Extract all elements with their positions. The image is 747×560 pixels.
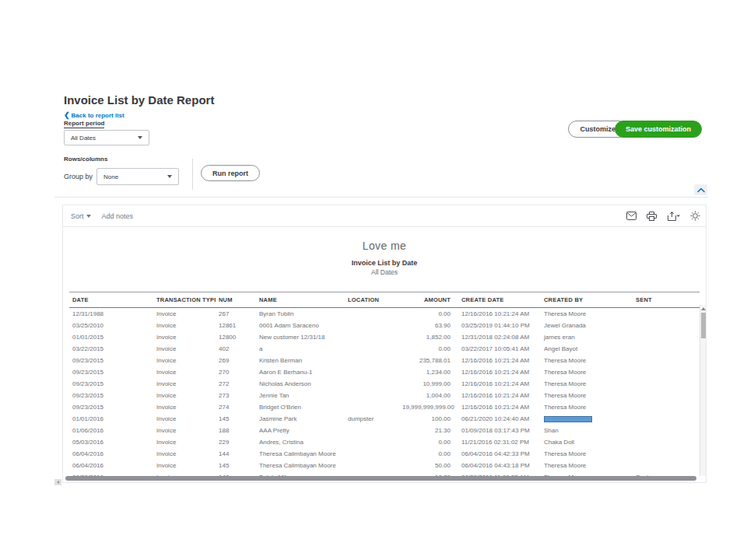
scroll-up-arrow-icon[interactable] bbox=[701, 307, 706, 310]
cell-sent bbox=[633, 308, 700, 320]
column-header-num: NUM bbox=[216, 292, 256, 308]
cell-num: 188 bbox=[216, 425, 256, 436]
cell-create_date: 12/16/2016 10:21:24 AM bbox=[458, 378, 541, 390]
email-icon[interactable] bbox=[626, 212, 637, 220]
table-row[interactable]: 01/01/2015Invoice12800New customer 12/31… bbox=[69, 331, 700, 343]
settings-icon[interactable] bbox=[690, 211, 700, 221]
cell-date: 05/03/2016 bbox=[69, 436, 153, 448]
cell-date: 12/31/1988 bbox=[69, 308, 153, 320]
vertical-scrollbar-thumb[interactable] bbox=[701, 313, 706, 338]
cell-amount: 10,999.00 bbox=[399, 378, 458, 390]
cell-name: Theresa Calimbayan Moore bbox=[256, 460, 345, 471]
cell-type: Invoice bbox=[153, 308, 216, 320]
group-by-select[interactable]: None bbox=[96, 168, 179, 185]
back-to-report-list-link[interactable]: ❮Back to report list bbox=[64, 111, 124, 119]
cell-name: Theresa Calimbayan Moore bbox=[256, 448, 345, 460]
cell-num: 145 bbox=[216, 413, 256, 425]
column-header-date: DATE bbox=[69, 292, 153, 308]
table-row[interactable]: 09/23/2015Invoice273Jennie Tan1,004.0012… bbox=[69, 390, 700, 401]
table-row[interactable]: 03/25/2010Invoice128610001 Adam Saraceno… bbox=[69, 320, 700, 331]
table-row[interactable]: 03/22/2015Invoice402a0.0003/22/2017 10:0… bbox=[69, 343, 700, 355]
cell-created_by: Theresa Moore bbox=[541, 355, 633, 366]
chevron-down-icon bbox=[138, 136, 142, 139]
report-toolbar: Sort Add notes bbox=[63, 205, 706, 227]
cell-location bbox=[345, 331, 399, 343]
run-report-button[interactable]: Run report bbox=[201, 165, 260, 181]
toolbar-icons bbox=[626, 211, 700, 221]
table-header-row: DATETRANSACTION TYPENUMNAMELOCATIONAMOUN… bbox=[69, 292, 700, 308]
cell-create_date: 06/04/2016 04:42:33 PM bbox=[458, 448, 541, 460]
cell-sent bbox=[633, 401, 700, 413]
cell-created_by: Theresa Moore bbox=[541, 448, 633, 460]
cell-sent bbox=[633, 448, 700, 460]
cell-date: 09/23/2015 bbox=[69, 390, 153, 401]
selected-text-highlight bbox=[544, 416, 592, 422]
cell-create_date: 03/22/2017 10:05:41 AM bbox=[458, 343, 541, 355]
cell-name: AAA Pretty bbox=[256, 425, 345, 436]
cell-type: Invoice bbox=[153, 436, 216, 448]
add-notes-button[interactable]: Add notes bbox=[102, 212, 134, 220]
collapse-header-button[interactable] bbox=[694, 184, 707, 195]
cell-create_date: 01/09/2018 03:17:43 PM bbox=[458, 425, 541, 436]
cell-name: Andres, Cristina bbox=[256, 436, 345, 448]
cell-location bbox=[345, 320, 399, 331]
cell-create_date: 06/04/2016 04:43:18 PM bbox=[458, 460, 541, 471]
sort-dropdown[interactable]: Sort bbox=[71, 212, 91, 220]
report-period-label: Report period bbox=[64, 120, 104, 128]
section-divider bbox=[54, 197, 708, 198]
cell-type: Invoice bbox=[153, 401, 216, 413]
column-header-name: NAME bbox=[256, 292, 345, 308]
horizontal-scrollbar[interactable] bbox=[65, 476, 696, 481]
cell-name: 0001 Adam Saraceno bbox=[256, 320, 345, 331]
cell-amount: 100.00 bbox=[399, 413, 458, 425]
cell-amount: 0.00 bbox=[399, 448, 458, 460]
cell-sent bbox=[633, 436, 700, 448]
cell-name: New customer 12/31/18 bbox=[256, 331, 345, 343]
cell-created_by: Jewel Granada bbox=[541, 320, 633, 331]
cell-name: Nicholas Anderson bbox=[256, 378, 345, 390]
cell-location bbox=[345, 343, 399, 355]
cell-date: 01/01/2015 bbox=[69, 331, 153, 343]
cell-location bbox=[345, 448, 399, 460]
cell-location bbox=[345, 460, 399, 471]
cell-type: Invoice bbox=[153, 413, 216, 425]
table-row[interactable]: 12/31/1988Invoice267Byran Tublin0.0012/1… bbox=[69, 308, 700, 320]
cell-created_by: Theresa Moore bbox=[541, 378, 633, 390]
print-icon[interactable] bbox=[647, 212, 657, 221]
company-name: Love me bbox=[63, 240, 706, 252]
table-row[interactable]: 09/23/2015Invoice274Bridget O'Brien19,99… bbox=[69, 401, 700, 413]
table-row[interactable]: 05/03/2016Invoice229Andres, Cristina0.00… bbox=[69, 436, 700, 448]
table-row[interactable]: 09/23/2015Invoice270Aaron E Berhanu-11,2… bbox=[69, 366, 700, 378]
cell-num: 12800 bbox=[216, 331, 256, 343]
column-header-type: TRANSACTION TYPE bbox=[153, 292, 216, 308]
cell-type: Invoice bbox=[153, 320, 216, 331]
cell-created_by: Theresa Moore bbox=[541, 401, 633, 413]
cell-date: 09/23/2015 bbox=[69, 378, 153, 390]
chevron-left-icon: ❮ bbox=[64, 111, 70, 119]
page-title: Invoice List by Date Report bbox=[64, 93, 214, 107]
table-row[interactable]: 09/23/2015Invoice272Nicholas Anderson10,… bbox=[69, 378, 700, 390]
cell-location bbox=[345, 378, 399, 390]
horizontal-scrollbar-thumb[interactable] bbox=[65, 476, 696, 481]
cell-name: a bbox=[256, 343, 345, 355]
cell-created_by: Theresa Moore bbox=[541, 308, 633, 320]
cell-name: Aaron E Berhanu-1 bbox=[256, 366, 345, 378]
table-row[interactable]: 06/04/2016Invoice144Theresa Calimbayan M… bbox=[69, 448, 700, 460]
export-icon[interactable] bbox=[667, 212, 680, 221]
table-row[interactable]: 01/06/2016Invoice188AAA Pretty21.3001/09… bbox=[69, 425, 700, 436]
vertical-scrollbar[interactable] bbox=[700, 305, 706, 476]
scroll-left-arrow-icon[interactable] bbox=[54, 479, 61, 485]
cell-location: dumpster bbox=[345, 413, 399, 425]
column-header-amount: AMOUNT bbox=[399, 292, 458, 308]
report-table: DATETRANSACTION TYPENUMNAMELOCATIONAMOUN… bbox=[69, 292, 698, 483]
save-customization-button[interactable]: Save customization bbox=[615, 121, 702, 138]
report-period-select[interactable]: All Dates bbox=[64, 130, 149, 145]
table-row[interactable]: 06/04/2016Invoice145Theresa Calimbayan M… bbox=[69, 460, 700, 471]
cell-num: 12861 bbox=[216, 320, 256, 331]
cell-num: 145 bbox=[216, 460, 256, 471]
table-row[interactable]: 01/01/2016Invoice145Jasmine Parkdumpster… bbox=[69, 413, 700, 425]
table-row[interactable]: 09/23/2015Invoice269Kristen Berman235,78… bbox=[69, 355, 700, 366]
column-header-created_by: CREATED BY bbox=[541, 292, 633, 308]
cell-location bbox=[345, 308, 399, 320]
cell-type: Invoice bbox=[153, 331, 216, 343]
